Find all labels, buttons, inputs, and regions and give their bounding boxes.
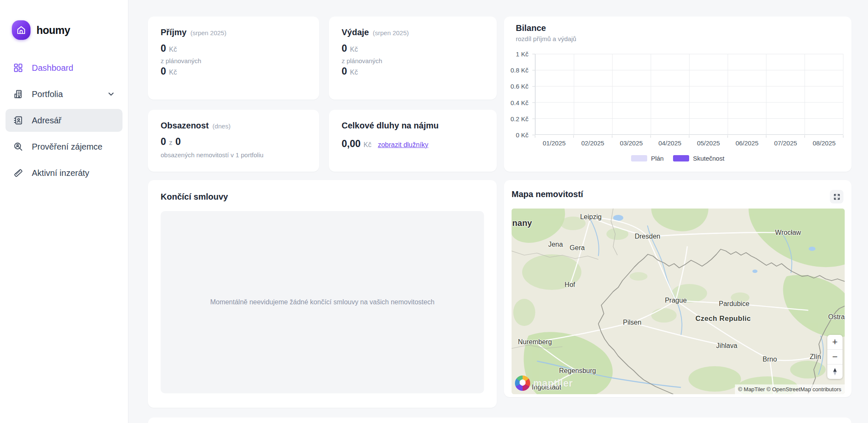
x-tick-label: 03/2025 [612,139,651,147]
y-tick-label: 0.8 Kč [510,67,529,74]
map-city-label: Pilsen [623,319,642,326]
x-tick-label: 02/2025 [573,139,612,147]
chart-y-axis-labels: 1 Kč 0.8 Kč 0.6 Kč 0.4 Kč 0.2 Kč 0 Kč [504,54,529,135]
x-tick-label: 01/2025 [535,139,573,147]
map-canvas[interactable]: nanyLeipzigDresdenWrocławJenaGeraHofPrag… [512,209,845,394]
incomes-planned-value: 0 [161,66,166,77]
sidebar-item-label: Aktivní inzeráty [32,168,89,178]
incomes-card: Příjmy (srpen 2025) 0 Kč z plánovaných 0… [148,17,319,100]
occupancy-period: (dnes) [212,122,231,130]
occupancy-total: 0 [175,136,181,147]
occupancy-title: Obsazenost [161,121,209,131]
map-city-label: Ostrava [828,313,845,321]
main-content: Příjmy (srpen 2025) 0 Kč z plánovaných 0… [128,0,868,423]
expenses-value: 0 [342,43,347,54]
sidebar-item-adresar[interactable]: Adresář [6,109,122,132]
map-zoom-in-button[interactable]: + [827,335,843,350]
compass-needle-icon [832,367,838,376]
map-zoom-out-button[interactable]: − [827,350,843,365]
dashboard-grid-icon [13,62,24,73]
incomes-planned-label: z plánovaných [161,57,306,64]
building-icon [13,89,24,100]
map-attribution[interactable]: © MapTiler © OpenStreetMap contributors [735,384,845,394]
map-city-label: Czech Republic [696,314,751,323]
sidebar-item-portfolia[interactable]: Portfolia [6,83,122,106]
balance-title: Bilance [516,23,576,33]
y-tick-label: 0 Kč [516,131,529,139]
plan-swatch [631,155,647,161]
balance-card: Bilance rozdíl příjmů a výdajů 1 Kč 0.8 … [504,17,851,172]
dashboard-page: houmy Dashboard [0,0,868,423]
sidebar-item-label: Adresář [32,116,61,125]
map-city-label: nany [512,218,532,228]
expenses-planned-label: z plánovaných [342,57,484,64]
legend-label: Plán [651,155,664,162]
ruler-icon [13,167,24,178]
right-column: Bilance rozdíl příjmů a výdajů 1 Kč 0.8 … [504,17,851,408]
x-tick-label: 06/2025 [728,139,766,147]
map-city-label: Prague [665,297,687,304]
ending-contracts-empty-message: Momentálně neevidujeme žádné končící sml… [210,298,434,306]
incomes-planned-currency: Kč [169,69,177,76]
map-city-label: Dresden [634,233,660,240]
x-tick-label: 05/2025 [689,139,728,147]
chart-x-ticks [535,135,843,138]
left-column: Příjmy (srpen 2025) 0 Kč z plánovaných 0… [148,17,497,408]
rent-debts-card: Celkové dluhy na nájmu 0,00 Kč zobrazit … [329,110,497,172]
brand-name: houmy [36,24,70,36]
map-city-label: Regensburg [559,367,596,375]
chevron-down-icon [106,89,117,100]
skutecnost-swatch [673,155,689,161]
map-expand-button[interactable] [830,190,843,203]
map-city-label: Nuremberg [518,338,552,346]
sidebar-item-label: Dashboard [32,63,73,73]
map-city-label: Leipzig [580,213,602,221]
next-section-card-edge [148,417,851,423]
map-compass-button[interactable] [827,365,843,379]
occupancy-separator: z [169,139,172,147]
map-city-label: Gera [570,244,585,252]
incomes-title: Příjmy [161,28,186,37]
brand-logo[interactable]: houmy [12,20,128,40]
x-tick-label: 07/2025 [766,139,805,147]
ending-contracts-card: Končící smlouvy Momentálně neevidujeme ž… [148,180,497,408]
sidebar-item-dashboard[interactable]: Dashboard [6,56,122,79]
expenses-title: Výdaje [342,28,369,37]
map-city-label: Hof [565,281,575,289]
expand-icon [833,193,840,200]
incomes-value: 0 [161,43,166,54]
houmy-house-icon [12,20,31,40]
ending-contracts-empty-panel: Momentálně neevidujeme žádné končící sml… [161,211,484,393]
sidebar-item-label: Portfolia [32,89,63,99]
y-tick-label: 0.6 Kč [510,83,529,90]
legend-item-skutecnost[interactable]: Skutečnost [673,155,724,162]
map-city-label: Pardubice [719,300,749,308]
x-tick-label: 04/2025 [651,139,689,147]
incomes-period: (srpen 2025) [190,29,226,36]
occupancy-subtitle: obsazených nemovitostí v 1 portfoliu [161,151,306,159]
incomes-currency: Kč [169,46,177,53]
legend-item-plan[interactable]: Plán [631,155,664,162]
maptiler-logo[interactable]: maptiler [515,376,573,391]
expenses-currency: Kč [350,46,358,53]
expenses-card: Výdaje (srpen 2025) 0 Kč z plánovaných 0… [329,17,497,100]
balance-subtitle: rozdíl příjmů a výdajů [516,35,576,42]
maptiler-logo-text: maptiler [533,378,573,389]
map-city-label: Zlín [810,353,821,361]
y-tick-label: 0.4 Kč [510,99,529,106]
map-zoom-controls: + − [827,335,843,379]
sidebar-item-provereni-zajemce[interactable]: Prověření zájemce [6,135,122,158]
sidebar-item-aktivni-inzeraty[interactable]: Aktivní inzeráty [6,161,122,184]
map-city-label: Brno [762,356,777,363]
expenses-planned-value: 0 [342,66,347,77]
y-tick-label: 1 Kč [516,50,529,58]
ending-contracts-title: Končící smlouvy [161,192,484,202]
balance-chart-plot-area [535,54,843,135]
map-city-label: Wrocław [775,229,801,237]
expenses-planned-currency: Kč [350,69,358,76]
sidebar-item-label: Prověření zájemce [32,142,103,152]
maptiler-pin-icon [515,376,530,391]
show-debtors-link[interactable]: zobrazit dlužníky [378,141,428,149]
occupancy-card: Obsazenost (dnes) 0 z 0 obsazených nemov… [148,110,319,172]
legend-label: Skutečnost [693,155,724,162]
